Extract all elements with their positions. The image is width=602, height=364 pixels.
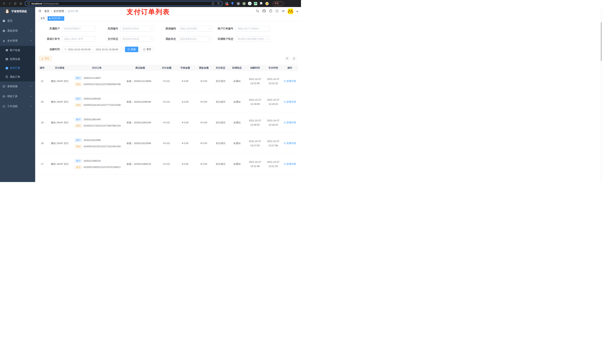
column-header: 手续金额 <box>175 66 195 70</box>
sidebar-item-payment[interactable]: ¥ 支付管理 <box>0 36 35 46</box>
sidebar-item-app-info[interactable]: 应用信息 <box>0 55 35 64</box>
fee-amount-cell: ¥ 0.00 <box>175 120 195 125</box>
view-detail-link[interactable]: 查看详情 <box>284 141 296 145</box>
search-icon[interactable] <box>256 10 259 13</box>
search-button[interactable]: 搜索 <box>125 47 138 52</box>
toggle-search-button[interactable] <box>285 56 290 61</box>
sidebar-item-infrastructure[interactable]: 基础设施 <box>0 81 35 91</box>
toolbox-icon <box>2 95 5 98</box>
browser-back-icon[interactable] <box>3 2 6 5</box>
extension-emoji-icon[interactable] <box>265 2 269 5</box>
table-row: 21微信 JSAPI 支付商户1635312124657支付4200001174… <box>36 71 298 92</box>
pay-channel-cell: 微信 JSAPI 支付 <box>48 162 71 166</box>
pay-time-cell: 2021-10-2713:11:15 <box>265 160 282 168</box>
chevron-down-icon <box>150 38 152 41</box>
refresh-button[interactable] <box>291 56 297 61</box>
pay-order-cell: 商户1635311881440支付42000011732021102728479… <box>71 118 122 128</box>
tag-pay-order[interactable]: 支付订单 × <box>48 16 64 21</box>
pay-status-cell: 支付成功 <box>212 162 229 166</box>
tag-label: 首页 <box>41 17 45 20</box>
create-time-range-picker[interactable]: 2021-10-01 00:00:00 - 2021-10-31 23:59:5… <box>62 47 122 52</box>
pay-date: 2021-10-27 <box>267 160 280 164</box>
caret-down-icon[interactable] <box>296 10 298 13</box>
extension-kite-icon[interactable] <box>231 2 234 5</box>
pay-time-cell: 2021-10-2713:17:08 <box>265 139 282 148</box>
browser-update-button[interactable]: 更新 ⋮ <box>273 1 283 6</box>
column-header: 回调状态 <box>229 66 245 70</box>
sidebar-collapse-icon[interactable] <box>38 10 41 13</box>
column-header: 支付时间 <box>265 66 282 70</box>
order-id-cell: 20 <box>36 100 48 104</box>
notify-status-cell: 未通知 <box>229 120 245 125</box>
tag-home[interactable]: 首页 <box>39 16 47 21</box>
breadcrumb-home[interactable]: 首页 <box>44 10 49 13</box>
notify-status-cell: 未通知 <box>229 141 245 145</box>
filter-form: 所属商户 请选择所属商户 应用编号 请选择应用信息 渠道编码 请输入渠道编码 商… <box>39 26 297 52</box>
help-icon[interactable]: ? <box>269 9 272 13</box>
refund-status-select[interactable]: 请选择退款状态 <box>178 36 212 42</box>
active-dot <box>49 18 51 19</box>
browser-forward-icon[interactable] <box>8 2 11 5</box>
browser-home-icon[interactable] <box>19 2 22 5</box>
sidebar-item-refund-order[interactable]: 退款订单 <box>0 73 35 81</box>
sidebar-item-workflow[interactable]: 工作流程 <box>0 101 35 111</box>
merchant-order-no-input[interactable]: 请输入商户订单编号 <box>236 26 270 31</box>
view-detail-link[interactable]: 查看详情 <box>284 162 296 166</box>
font-size-icon[interactable]: TT <box>282 10 285 13</box>
fee-amount-cell: ¥ 0.00 <box>175 141 195 145</box>
sidebar-item-dev-tools[interactable]: 研发工具 <box>0 91 35 101</box>
pay-no-line: 支付4200001174202110278060590766 <box>75 83 121 86</box>
fullscreen-icon[interactable] <box>275 10 279 13</box>
bookmark-star-icon[interactable] <box>217 2 220 5</box>
channel-code-select[interactable]: 请输入渠道编码 <box>178 26 212 31</box>
reset-button[interactable]: 重置 <box>141 47 154 52</box>
browser-reload-icon[interactable] <box>14 2 17 5</box>
sidebar-item-home[interactable]: 首页 <box>0 16 35 26</box>
sidebar-item-label: 系统管理 <box>7 29 18 32</box>
close-icon[interactable]: × <box>62 17 63 20</box>
share-icon[interactable] <box>212 2 214 5</box>
view-detail-link[interactable]: 查看详情 <box>284 120 296 125</box>
sidebar-item-label: 支付订单 <box>10 66 20 70</box>
sidebar-item-system[interactable]: 系统管理 <box>0 26 35 36</box>
pay-channel-cell: 微信 JSAPI 支付 <box>48 141 71 145</box>
sidebar-item-merchant-info[interactable]: 商户信息 <box>0 46 35 55</box>
filter-label: 商户订单编号 <box>212 27 236 30</box>
view-detail-link[interactable]: 查看详情 <box>284 100 296 104</box>
view-detail-link[interactable]: 查看详情 <box>284 79 296 83</box>
table-row: 19微信 JSAPI 支付商户1635311881440支付4200001173… <box>36 112 298 133</box>
address-bar[interactable]: localhost:1024/pay/order <box>25 1 223 6</box>
extension-tag-manager-icon[interactable]: 10 <box>225 2 229 5</box>
pay-status-select[interactable]: 请选择支付状态 <box>120 36 154 42</box>
view-detail-label: 查看详情 <box>287 79 296 83</box>
extension-chat-icon[interactable] <box>254 2 257 5</box>
sidebar-item-label: 工作流程 <box>7 105 18 108</box>
sidebar-item-pay-order[interactable]: ¥ 支付订单 <box>0 64 35 73</box>
channel-order-no-input[interactable]: 请输入渠道订单号 <box>62 36 95 42</box>
sidebar-item-label: 研发工具 <box>7 95 18 98</box>
export-button[interactable]: 导出 <box>39 56 52 61</box>
svg-text:¥: ¥ <box>6 67 7 69</box>
pay-status-cell: 支付成功 <box>212 79 229 83</box>
merchant-filter-input[interactable]: 请选择所属商户 <box>62 26 95 31</box>
create-time-cell: 2021-10-2713:18:02 <box>245 118 265 127</box>
extension-recorder-icon[interactable] <box>242 2 246 5</box>
notify-status-select[interactable]: 请选择订单回调商户状态 <box>236 36 270 42</box>
browser-menu-icon[interactable]: ⋮ <box>280 2 282 5</box>
extensions-puzzle-icon[interactable] <box>259 2 263 5</box>
extension-command-icon[interactable]: ⌘ <box>236 2 240 5</box>
site-info-icon[interactable] <box>27 2 30 5</box>
pay-amount-cell: ¥ 0.01 <box>158 100 175 104</box>
notify-status-cell: 未通知 <box>229 79 245 83</box>
breadcrumb-payment[interactable]: 支付管理 <box>54 10 64 13</box>
goods-title-cell: 标题：1635311823086 <box>122 141 158 145</box>
github-icon[interactable] <box>262 9 266 13</box>
date-start: 2021-10-01 00:00:00 <box>68 48 91 51</box>
avatar[interactable] <box>288 9 293 14</box>
extension-yuque-icon[interactable]: y <box>248 2 252 5</box>
filter-label: 回调商户状态 <box>212 37 236 41</box>
reset-button-label: 重置 <box>146 48 151 51</box>
app-id-select[interactable]: 请选择应用信息 <box>120 26 154 31</box>
date-separator: - <box>93 48 94 51</box>
fee-amount-cell: ¥ 0.00 <box>175 100 195 104</box>
